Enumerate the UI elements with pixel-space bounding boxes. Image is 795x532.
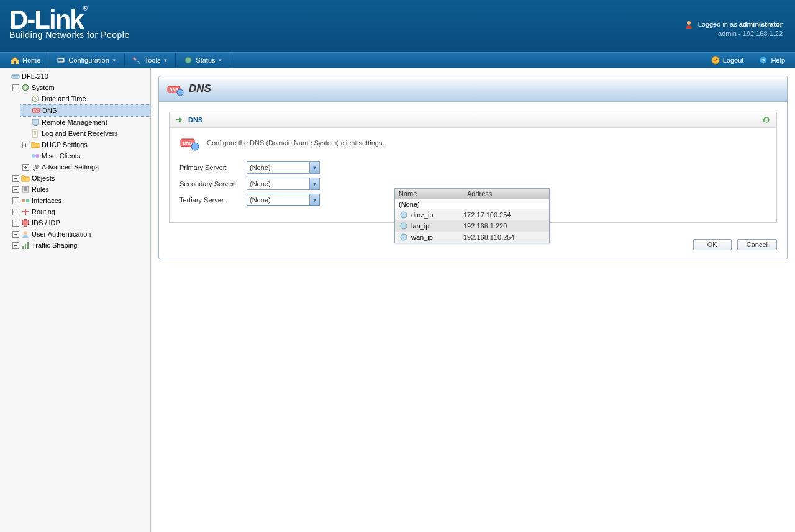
- user-auth-icon: [20, 229, 30, 239]
- svg-rect-20: [22, 199, 25, 202]
- remote-icon: [30, 117, 40, 127]
- primary-server-select[interactable]: (None): [247, 161, 320, 174]
- svg-rect-14: [32, 119, 39, 124]
- config-icon: [56, 55, 66, 65]
- device-icon: [11, 71, 20, 81]
- dropdown-option[interactable]: lan_ip 192.168.1.220: [395, 220, 549, 232]
- wrench-icon: [30, 162, 40, 172]
- misc-icon: [30, 151, 40, 161]
- header: D-Link® Building Networks for People Log…: [0, 0, 795, 52]
- svg-rect-2: [58, 59, 63, 60]
- tree-dns[interactable]: DNS DNS: [20, 104, 150, 117]
- expand-icon[interactable]: +: [12, 220, 19, 227]
- dropdown-header: Name Address: [395, 189, 549, 199]
- primary-server-label: Primary Server:: [179, 164, 247, 171]
- tree-rules[interactable]: + Rules: [10, 184, 150, 195]
- description-text: Configure the DNS (Domain Name System) c…: [207, 139, 384, 147]
- menubar: Home Configuration ▼ Tools ▼ Status ▼ Lo…: [0, 52, 795, 68]
- tree-root[interactable]: DFL-210: [0, 71, 150, 82]
- expand-icon[interactable]: +: [12, 186, 19, 193]
- tree-date-time[interactable]: Date and Time: [20, 93, 150, 104]
- svg-rect-23: [22, 246, 24, 249]
- dns-large-icon: DNS: [179, 134, 199, 151]
- tree-user-auth[interactable]: + User Authentication: [10, 228, 150, 240]
- folder-icon: [20, 173, 30, 183]
- col-address[interactable]: Address: [463, 189, 549, 199]
- tree-interfaces[interactable]: + Interfaces: [10, 195, 150, 206]
- refresh-icon[interactable]: [761, 115, 771, 125]
- folder-icon: [30, 140, 40, 150]
- dropdown-button[interactable]: [309, 194, 319, 205]
- description-row: DNS Configure the DNS (Domain Name Syste…: [179, 134, 766, 151]
- svg-rect-16: [32, 130, 37, 137]
- traffic-icon: [20, 240, 30, 250]
- svg-text:DNS: DNS: [183, 141, 193, 145]
- panel-title: DNS DNS: [159, 76, 787, 102]
- expand-icon[interactable]: +: [12, 231, 19, 238]
- dropdown-option[interactable]: wan_ip 192.168.110.254: [395, 232, 549, 243]
- ip-icon: [399, 232, 409, 242]
- svg-point-17: [32, 154, 35, 158]
- ok-button[interactable]: OK: [693, 239, 732, 250]
- dropdown-option[interactable]: dmz_ip 172.17.100.254: [395, 209, 549, 220]
- dropdown-popup: Name Address (None) dmz_ip 172.17.100.25…: [394, 188, 550, 243]
- login-user: administrator: [739, 20, 783, 28]
- menu-tools[interactable]: Tools ▼: [125, 53, 176, 67]
- tree-system[interactable]: − System: [10, 82, 150, 93]
- menu-help[interactable]: ? Help: [751, 53, 793, 67]
- user-icon: [684, 20, 694, 30]
- section-head: DNS: [170, 112, 776, 128]
- tools-icon: [132, 55, 142, 65]
- svg-rect-25: [27, 242, 29, 249]
- dns-icon: DNS: [166, 81, 184, 96]
- cancel-button[interactable]: Cancel: [737, 239, 777, 250]
- sidebar: DFL-210 − System Date an: [0, 68, 151, 532]
- tree-remote-management[interactable]: Remote Management: [20, 117, 150, 128]
- expand-icon[interactable]: +: [12, 242, 19, 249]
- login-sub: admin - 192.168.1.22: [718, 30, 783, 37]
- arrow-icon: [175, 115, 184, 125]
- svg-point-4: [185, 57, 191, 63]
- svg-point-0: [687, 21, 691, 25]
- tertiary-server-label: Tertiary Server:: [179, 196, 247, 204]
- svg-point-34: [401, 234, 407, 240]
- menu-status[interactable]: Status ▼: [176, 53, 230, 67]
- menu-logout[interactable]: Logout: [703, 53, 752, 67]
- dropdown-button[interactable]: [309, 178, 319, 189]
- menu-home[interactable]: Home: [2, 53, 48, 67]
- tree-log-event[interactable]: Log and Event Receivers: [20, 128, 150, 139]
- tree-ids[interactable]: + IDS / IDP: [10, 217, 150, 228]
- log-icon: [30, 128, 40, 138]
- svg-text:DNS: DNS: [33, 109, 40, 112]
- svg-text:?: ?: [762, 58, 766, 64]
- tree-misc-clients[interactable]: Misc. Clients: [20, 150, 150, 161]
- dropdown-option-none[interactable]: (None): [395, 199, 549, 209]
- tertiary-server-select[interactable]: (None): [247, 194, 320, 206]
- section-title: DNS: [188, 116, 202, 124]
- secondary-server-select[interactable]: (None): [247, 178, 320, 190]
- login-prefix: Logged in as: [698, 20, 739, 28]
- expand-icon[interactable]: +: [12, 209, 19, 215]
- expand-icon[interactable]: +: [22, 142, 29, 148]
- expand-icon[interactable]: +: [22, 164, 29, 171]
- tree-routing[interactable]: + Routing: [10, 206, 150, 217]
- svg-rect-3: [58, 60, 63, 61]
- svg-point-33: [401, 223, 407, 229]
- tree-dhcp[interactable]: + DHCP Settings: [20, 139, 150, 150]
- svg-point-32: [401, 212, 407, 218]
- col-name[interactable]: Name: [395, 189, 463, 199]
- caret-down-icon: ▼: [112, 58, 117, 63]
- menu-configuration[interactable]: Configuration ▼: [48, 53, 124, 67]
- svg-point-28: [177, 89, 183, 96]
- tree-advanced[interactable]: + Advanced Settings: [20, 161, 150, 173]
- caret-down-icon: ▼: [163, 58, 168, 63]
- tree-traffic[interactable]: + Traffic Shaping: [10, 240, 150, 251]
- tree-objects[interactable]: + Objects: [10, 173, 150, 184]
- collapse-icon[interactable]: −: [12, 84, 19, 91]
- dns-icon: DNS: [31, 106, 41, 115]
- dropdown-button[interactable]: [309, 162, 319, 173]
- expand-icon[interactable]: +: [12, 197, 19, 204]
- svg-rect-24: [25, 244, 26, 249]
- brand-tagline: Building Networks for People: [9, 30, 130, 40]
- expand-icon[interactable]: +: [12, 175, 19, 182]
